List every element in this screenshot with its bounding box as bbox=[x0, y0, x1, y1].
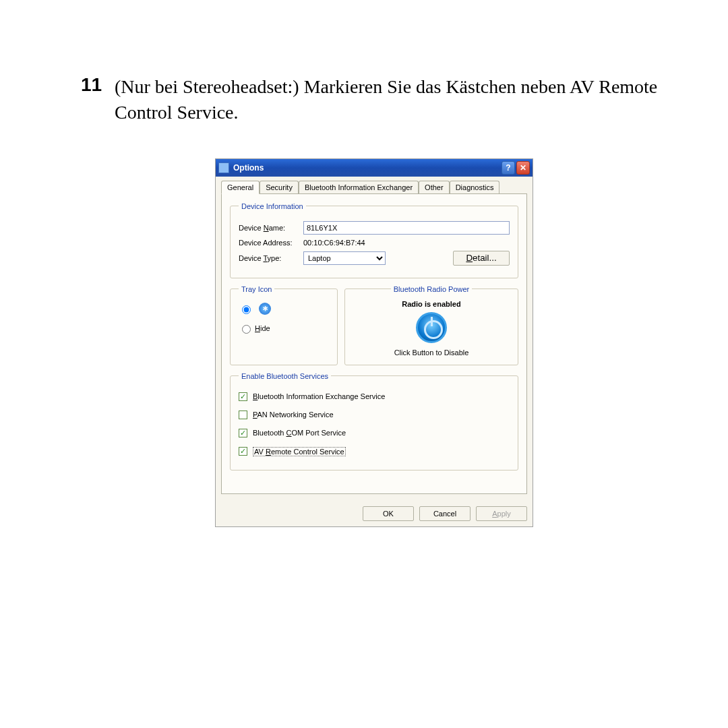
tray-icon-legend: Tray Icon bbox=[239, 285, 274, 293]
tray-show-radio[interactable] bbox=[242, 305, 251, 314]
options-dialog: Options ? ✕ General Security Bluetooth I… bbox=[216, 159, 533, 526]
label-bt-exchange: Bluetooth Information Exchange Service bbox=[253, 392, 385, 400]
tab-bt-exchanger[interactable]: Bluetooth Information Exchanger bbox=[299, 181, 419, 193]
titlebar[interactable]: Options ? ✕ bbox=[216, 159, 533, 177]
tab-other[interactable]: Other bbox=[419, 181, 450, 193]
tab-strip: General Security Bluetooth Information E… bbox=[221, 181, 527, 194]
device-type-select[interactable]: Laptop bbox=[303, 251, 386, 265]
device-name-label: Device Name: bbox=[239, 224, 303, 232]
checkbox-av-remote[interactable] bbox=[239, 447, 247, 456]
checkbox-bt-exchange[interactable] bbox=[239, 392, 247, 401]
power-button[interactable] bbox=[416, 312, 447, 343]
tray-icon-group: Tray Icon ∗ Hide bbox=[230, 285, 338, 365]
checkbox-com-port[interactable] bbox=[239, 429, 247, 437]
label-pan: PAN Networking Service bbox=[253, 411, 334, 419]
device-type-label: Device Type: bbox=[239, 254, 303, 262]
tab-diagnostics[interactable]: Diagnostics bbox=[450, 181, 500, 193]
step-number: 11 bbox=[81, 74, 115, 96]
bluetooth-icon: ∗ bbox=[259, 303, 271, 315]
tray-hide-label: Hide bbox=[255, 324, 270, 332]
tab-security[interactable]: Security bbox=[260, 181, 299, 193]
apply-button[interactable]: Apply bbox=[476, 506, 527, 521]
device-information-legend: Device Information bbox=[239, 202, 306, 210]
checkbox-pan[interactable] bbox=[239, 411, 247, 419]
radio-power-legend: Bluetooth Radio Power bbox=[391, 285, 473, 293]
close-button[interactable]: ✕ bbox=[516, 161, 530, 175]
window-title: Options bbox=[233, 163, 500, 173]
label-com-port: Bluetooth COM Port Service bbox=[253, 429, 346, 437]
enable-services-legend: Enable Bluetooth Services bbox=[239, 372, 331, 380]
cancel-button[interactable]: Cancel bbox=[419, 506, 471, 521]
help-button[interactable]: ? bbox=[502, 161, 515, 175]
enable-services-group: Enable Bluetooth Services Bluetooth Info… bbox=[230, 372, 518, 471]
device-address-label: Device Address: bbox=[239, 239, 303, 247]
app-icon bbox=[218, 162, 229, 173]
tray-hide-radio[interactable] bbox=[242, 325, 251, 334]
device-address-value: 00:10:C6:94:B7:44 bbox=[303, 239, 365, 247]
radio-power-group: Bluetooth Radio Power Radio is enabled C… bbox=[344, 285, 518, 365]
ok-button[interactable]: OK bbox=[363, 506, 414, 521]
tab-general[interactable]: General bbox=[221, 181, 260, 194]
detail-button[interactable]: Detail... bbox=[453, 251, 510, 266]
device-name-input[interactable] bbox=[303, 221, 510, 235]
device-information-group: Device Information Device Name: Device A… bbox=[230, 202, 518, 278]
disable-hint: Click Button to Disable bbox=[353, 348, 510, 357]
step-text: (Nur bei Stereoheadset:) Markieren Sie d… bbox=[115, 74, 667, 125]
radio-enabled-label: Radio is enabled bbox=[353, 300, 510, 308]
label-av-remote: AV Remote Control Service bbox=[253, 447, 346, 456]
